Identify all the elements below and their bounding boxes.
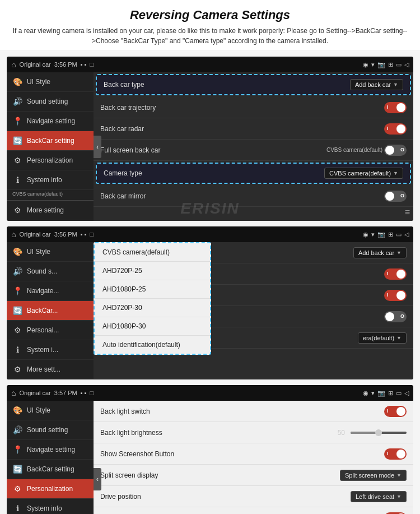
wifi-icon-2: ▾ [371,231,375,238]
s3-dropdown-drive[interactable]: Left drive seat ▼ [351,491,407,502]
camera-icon: 📷 [377,61,385,68]
backcar-icon-3: 🔄 [12,465,22,474]
dropdown-popup-2: CVBS camera(default) AHD720P-25 AHD1080P… [94,242,211,355]
status-sq-3: □ [90,390,94,396]
setting-row-radar: Back car radar I [94,118,413,140]
option-auto[interactable]: Auto identification(default) [95,336,210,354]
sidebar-item-navigate[interactable]: 📍 Navigate setting [7,112,94,131]
s2-item-2[interactable]: 🔊 Sound s... [7,262,94,281]
s3-drive-arrow: ▼ [396,494,402,499]
back-icon: ◁ [404,61,409,68]
personal-icon: ⚙ [12,156,22,165]
page-subtitle: If a rear viewing camera is installed on… [6,26,414,46]
right-panel-3: Back light switch I Back light brightnes… [94,401,413,514]
more-icon: ⚙ [12,206,22,215]
s3-toggle-radar[interactable]: I [384,512,407,515]
home-icon-2[interactable]: ⌂ [11,230,16,239]
toggle-trajectory[interactable]: I [384,102,407,113]
s3-item-back[interactable]: 🔄 BackCar setting [7,460,94,479]
screen-2: ⌂ Original car 3:56 PM ▪ ▪ □ ◉ ▾ 📷 ⊞ ▭ ◁… [7,226,413,379]
s2-item-4[interactable]: 🔄 BackCar... [7,301,94,321]
s2-dropdown-cam[interactable]: era(default) ▼ [358,332,407,344]
left-chevron-1[interactable]: ‹ [94,136,101,158]
s3-dropdown-split[interactable]: Split screen mode ▼ [340,470,407,481]
home-icon-3[interactable]: ⌂ [11,388,16,397]
s2-item-5[interactable]: ⚙ Personal... [7,321,94,340]
option-ahd720-30[interactable]: AHD720P-30 [95,299,210,317]
sidebar-item-uistyle[interactable]: 🎨 UI Style [7,72,94,92]
s2-toggle-1[interactable]: I [384,268,407,280]
s3-row-blb: Back light brightness 50 [94,422,413,443]
s3-item-sysinfo[interactable]: ℹ System info [7,499,94,514]
left-chevron-3[interactable]: ‹ [94,468,101,490]
s3-toggle-bls[interactable]: I [384,406,407,417]
toggle-mirror[interactable]: O [384,191,407,202]
brightness-slider[interactable] [351,432,407,434]
location-icon: ◉ [363,61,368,68]
s3-item-nav[interactable]: 📍 Navigate setting [7,440,94,460]
grid-icon: ⊞ [388,61,393,68]
back-icon-2: ◁ [404,231,409,238]
home-icon[interactable]: ⌂ [11,60,16,69]
s3-item-ui[interactable]: 🎨 UI Style [7,401,94,420]
sound-icon-3: 🔊 [12,425,22,434]
s2-dropdown-1[interactable]: Add back car ▼ [353,247,407,258]
s2-toggle-2[interactable]: I [384,290,407,301]
sidebar-label-sound: Sound setting [27,98,68,105]
dropdown-arrow-cameratype: ▼ [393,170,398,176]
option-ahd1080-30[interactable]: AHD1080P-30 [95,317,210,336]
sidebar-2: 🎨 UI Style 🔊 Sound s... 📍 Navigate... 🔄 … [7,242,94,379]
cam-icon-2: 📷 [377,231,385,238]
sidebar-item-backcar[interactable]: 🔄 BackCar setting [7,131,94,151]
ui-icon-2: 🎨 [12,247,22,256]
more-icon-2: ⚙ [12,365,22,374]
s2-label-6: System i... [27,346,58,354]
sidebar-label-more: More setting [27,206,64,214]
s3-drive-value: Left drive seat [356,493,394,500]
sidebar-item-personal[interactable]: ⚙ Personalization [7,151,94,170]
status-icons-2: ◉ ▾ 📷 ⊞ ▭ ◁ [363,231,409,238]
toggle-fullscreen[interactable]: O [384,145,407,156]
info-icon-2: ℹ [12,345,22,354]
option-ahd1080-25[interactable]: AHD1080P-25 [95,280,210,299]
s2-item-6[interactable]: ℹ System i... [7,340,94,360]
dropdown-arrow-backcartype: ▼ [393,82,398,87]
title-area: Reversing Camera Settings If a rear view… [0,0,420,51]
sound-icon: 🔊 [12,97,22,106]
s3-label-back: BackCar setting [27,465,74,473]
s3-row-ssb: Show Screenshot Button I [94,443,413,465]
s3-item-sound[interactable]: 🔊 Sound setting [7,420,94,440]
s2-item-3[interactable]: 📍 Navigate... [7,281,94,301]
s2-item-1[interactable]: 🎨 UI Style [7,242,94,262]
label-trajectory: Back car trajectory [100,104,384,112]
dropdown-cameratype[interactable]: CVBS camera(default) ▼ [324,168,403,179]
window-icon: ▭ [396,61,402,68]
s3-row-drive: Drive position Left drive seat ▼ [94,486,413,507]
screen-2-content: 🎨 UI Style 🔊 Sound s... 📍 Navigate... 🔄 … [7,242,413,379]
option-ahd720-25[interactable]: AHD720P-25 [95,262,210,280]
cam-icon-3: 📷 [377,390,385,397]
sidebar-item-sysinfo[interactable]: ℹ System info [7,170,94,190]
s3-label-sound: Sound setting [27,426,68,434]
backcar-icon-2: 🔄 [12,306,22,315]
more-icon-1[interactable]: ≡ [405,207,410,217]
option-cvbs[interactable]: CVBS camera(default) [95,243,210,262]
status-sq-2: □ [90,231,94,238]
dropdown-backcartype[interactable]: Add back car ▼ [350,79,403,90]
back-icon-3: ◁ [404,390,409,397]
label-mirror: Back car mirror [100,192,384,200]
status-dot: ▪ ▪ [81,61,87,68]
s3-item-personal[interactable]: ⚙ Personalization [7,479,94,499]
s3-split-arrow: ▼ [396,473,402,478]
nav-icon-3: 📍 [12,445,22,454]
status-icons-3: ◉ ▾ 📷 ⊞ ▭ ◁ [363,390,409,397]
s2-toggle-3[interactable]: O [384,311,407,322]
toggle-radar[interactable]: I [384,123,407,135]
time-3: 3:57 PM [54,390,77,396]
app-name-3: Original car [19,390,50,396]
s3-toggle-ssb[interactable]: I [384,448,407,460]
sidebar-item-more[interactable]: ⚙ More setting [7,200,94,220]
sidebar-item-sound[interactable]: 🔊 Sound setting [7,92,94,112]
s2-item-7[interactable]: ⚙ More sett... [7,360,94,379]
label-radar: Back car radar [100,125,384,133]
